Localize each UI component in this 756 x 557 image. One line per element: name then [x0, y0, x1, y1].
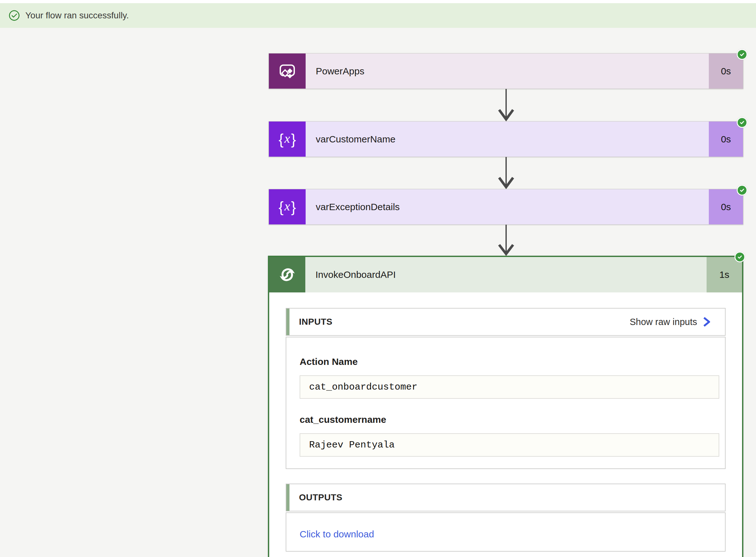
field-value: Rajeev Pentyala [300, 433, 719, 457]
success-check-icon [8, 9, 20, 22]
variable-icon: {x} [269, 121, 306, 157]
show-raw-inputs-link[interactable]: Show raw inputs [629, 316, 711, 327]
connector-arrow [497, 89, 515, 121]
connector-arrow [497, 157, 515, 189]
check-icon [737, 254, 743, 260]
status-badge [737, 117, 748, 128]
inputs-body: Action Name cat_onboardcustomer cat_cust… [286, 337, 726, 469]
outputs-section: OUTPUTS Click to download [286, 483, 726, 552]
status-badge [734, 252, 745, 262]
check-icon [739, 119, 745, 126]
node-duration: 1s [707, 257, 742, 292]
dataverse-icon [269, 257, 305, 292]
field-label: cat_customername [300, 414, 719, 426]
node-varexceptiondetails[interactable]: {x} varExceptionDetails 0s [269, 189, 743, 225]
connector-arrow [497, 225, 515, 256]
outputs-body: Click to download [286, 512, 726, 552]
inputs-section: INPUTS Show raw inputs Action Name cat_o… [286, 308, 726, 469]
node-duration: 0s [709, 54, 743, 89]
click-to-download-link[interactable]: Click to download [300, 529, 374, 539]
chevron-right-icon[interactable] [702, 316, 711, 327]
inputs-title: INPUTS [299, 317, 333, 327]
field-label: Action Name [300, 356, 719, 368]
node-title: InvokeOnboardAPI [305, 257, 707, 292]
banner-message: Your flow ran successfully. [25, 10, 129, 21]
check-icon [739, 51, 745, 58]
top-strip [0, 0, 756, 3]
status-badge [737, 185, 748, 196]
status-badge [737, 49, 748, 60]
variable-icon: {x} [269, 189, 306, 224]
powerapps-icon [269, 54, 306, 89]
node-title: PowerApps [306, 54, 709, 89]
node-title: varExceptionDetails [306, 189, 709, 224]
inputs-header: INPUTS Show raw inputs [286, 308, 726, 336]
field-action-name: Action Name cat_onboardcustomer [300, 356, 719, 399]
node-duration: 0s [709, 189, 743, 224]
node-powerapps[interactable]: PowerApps 0s [269, 53, 743, 89]
field-cat-customername: cat_customername Rajeev Pentyala [300, 414, 719, 457]
field-value: cat_onboardcustomer [300, 375, 719, 399]
node-duration: 0s [709, 121, 743, 157]
node-varcustomername[interactable]: {x} varCustomerName 0s [269, 121, 743, 157]
banner-status: Your flow ran successfully. [0, 3, 756, 28]
check-icon [739, 187, 745, 194]
outputs-header: OUTPUTS [286, 483, 726, 511]
card-invokeonboardapi: InvokeOnboardAPI 1s INPUTS Show raw inpu… [268, 256, 743, 557]
outputs-title: OUTPUTS [299, 493, 342, 503]
card-header[interactable]: InvokeOnboardAPI 1s [269, 257, 742, 292]
node-title: varCustomerName [306, 121, 709, 157]
